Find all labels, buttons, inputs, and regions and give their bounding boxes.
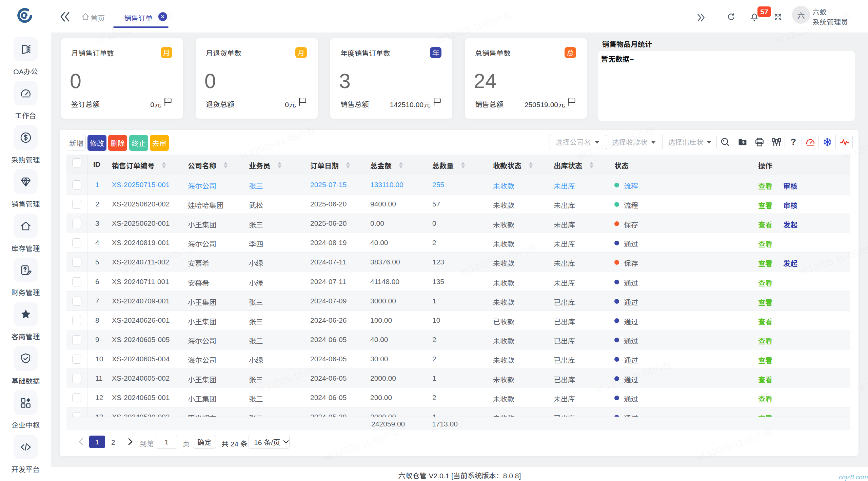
svg-text:?: ? — [790, 137, 796, 147]
